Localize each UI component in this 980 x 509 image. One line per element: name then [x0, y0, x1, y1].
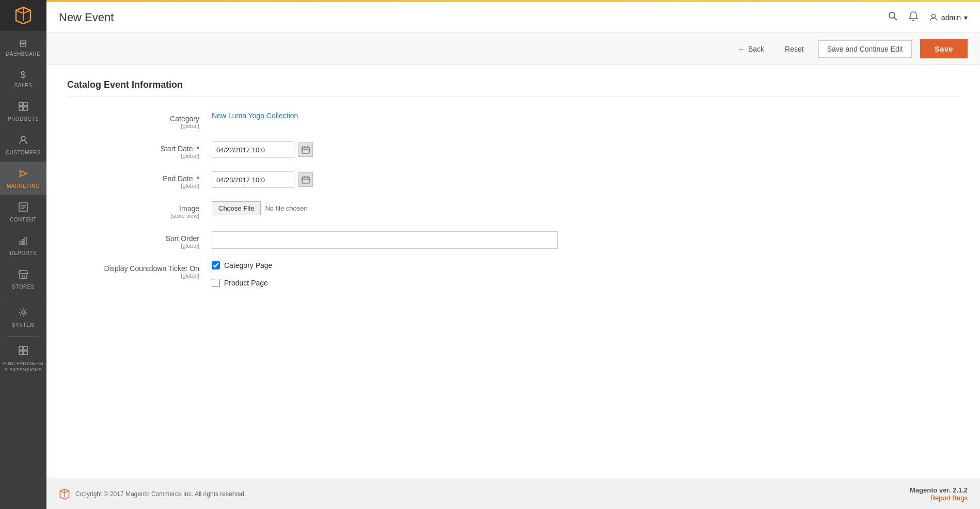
- no-file-text: No file chosen: [265, 204, 307, 212]
- main-content: New Event admin ▾: [46, 0, 980, 509]
- end-date-row: End Date * [global]: [67, 171, 959, 189]
- footer-right: Magento ver. 2.1.2 Report Bugs: [910, 486, 968, 502]
- dashboard-icon: ⊞: [19, 38, 27, 49]
- sidebar-item-stores[interactable]: STORES: [0, 262, 46, 296]
- products-icon: [18, 101, 28, 114]
- sort-order-input[interactable]: [212, 231, 558, 249]
- category-page-checkbox[interactable]: [212, 261, 220, 269]
- countdown-label-col: Display Countdown Ticker On [global]: [67, 261, 212, 279]
- report-bugs-link[interactable]: Report Bugs: [930, 494, 968, 502]
- svg-point-15: [22, 311, 25, 314]
- start-date-input[interactable]: [212, 141, 294, 158]
- sidebar-divider: [8, 298, 39, 298]
- save-continue-button[interactable]: Save and Continue Edit: [818, 40, 912, 58]
- user-menu[interactable]: admin ▾: [929, 13, 968, 22]
- sidebar-item-label: DASHBOARD: [6, 51, 41, 57]
- sidebar-item-label: REPORTS: [10, 250, 37, 256]
- image-label: Image: [179, 204, 199, 213]
- section-title: Catalog Event Information: [67, 79, 959, 97]
- sidebar-item-label: CUSTOMERS: [6, 150, 41, 155]
- page-title: New Event: [59, 11, 114, 24]
- sort-order-label-col: Sort Order [global]: [67, 231, 212, 249]
- countdown-scope: [global]: [67, 273, 199, 279]
- user-label: admin: [941, 13, 961, 22]
- start-date-label-col: Start Date * [global]: [67, 141, 212, 159]
- category-link[interactable]: New Luma Yoga Collection: [212, 112, 298, 120]
- sidebar-item-products[interactable]: PRODUCTS: [0, 94, 46, 128]
- sort-order-row: Sort Order [global]: [67, 231, 959, 249]
- sidebar-item-label: STORES: [12, 284, 35, 290]
- form-content: Catalog Event Information Category [glob…: [46, 65, 980, 479]
- svg-rect-2: [19, 107, 23, 110]
- svg-rect-27: [302, 177, 309, 183]
- footer-copyright: Copyright © 2017 Magento Commerce Inc. A…: [75, 490, 246, 498]
- sidebar-logo[interactable]: [0, 0, 46, 31]
- sidebar-divider-2: [8, 336, 39, 337]
- reports-icon: [18, 235, 28, 248]
- footer-version: Magento ver. 2.1.2: [910, 486, 968, 494]
- start-date-calendar-icon[interactable]: [298, 142, 313, 157]
- reset-button[interactable]: Reset: [779, 41, 810, 57]
- category-field: New Luma Yoga Collection: [212, 112, 959, 120]
- category-page-checkbox-row: Category Page: [212, 261, 272, 269]
- countdown-row: Display Countdown Ticker On [global] Cat…: [67, 261, 959, 292]
- start-date-required: *: [197, 145, 199, 153]
- footer-left: Copyright © 2017 Magento Commerce Inc. A…: [59, 488, 246, 500]
- category-scope: [global]: [67, 123, 199, 129]
- svg-rect-16: [19, 346, 23, 350]
- end-date-scope: [global]: [67, 183, 199, 189]
- content-icon: [18, 202, 28, 215]
- svg-marker-5: [20, 170, 27, 177]
- svg-rect-0: [19, 102, 23, 106]
- back-button[interactable]: ← Back: [732, 41, 770, 57]
- svg-rect-17: [24, 346, 27, 350]
- sidebar-item-label: PRODUCTS: [8, 116, 39, 122]
- marketing-icon: [18, 168, 28, 181]
- sidebar-item-system[interactable]: SYSTEM: [0, 300, 46, 334]
- header-actions: admin ▾: [888, 11, 968, 24]
- stores-icon: [18, 269, 28, 282]
- product-page-checkbox[interactable]: [212, 279, 220, 287]
- start-date-scope: [global]: [67, 153, 199, 159]
- end-date-required: *: [197, 174, 199, 183]
- svg-rect-12: [25, 237, 26, 245]
- sidebar-item-dashboard[interactable]: ⊞ DASHBOARD: [0, 31, 46, 63]
- category-row: Category [global] New Luma Yoga Collecti…: [67, 112, 959, 129]
- end-date-field: [212, 171, 959, 188]
- start-date-field: [212, 141, 959, 158]
- image-row: Image [store view] Choose File No file c…: [67, 201, 959, 219]
- find-partners-icon: [18, 345, 28, 359]
- action-bar: ← Back Reset Save and Continue Edit Save: [46, 33, 980, 65]
- countdown-label: Display Countdown Ticker On: [104, 264, 199, 273]
- choose-file-button[interactable]: Choose File: [212, 201, 261, 215]
- sidebar-item-reports[interactable]: REPORTS: [0, 229, 46, 262]
- sidebar-item-marketing[interactable]: MARKETING: [0, 162, 46, 195]
- svg-point-20: [889, 12, 895, 18]
- sidebar-item-customers[interactable]: CUSTOMERS: [0, 128, 46, 162]
- start-date-label: Start Date: [161, 145, 193, 153]
- sidebar-item-content[interactable]: CONTENT: [0, 195, 46, 229]
- svg-rect-10: [20, 242, 21, 245]
- footer-logo-icon: [59, 488, 70, 500]
- sidebar-item-label: CONTENT: [10, 217, 37, 222]
- category-page-label: Category Page: [224, 261, 272, 269]
- svg-point-4: [21, 136, 25, 140]
- end-date-label: End Date: [163, 174, 193, 183]
- sidebar-item-label: SYSTEM: [12, 322, 35, 328]
- sales-icon: $: [21, 70, 26, 81]
- sidebar: ⊞ DASHBOARD $ SALES PRODUCTS CUSTOMERS: [0, 0, 46, 509]
- save-button[interactable]: Save: [920, 39, 968, 58]
- sort-order-field: [212, 231, 959, 249]
- svg-rect-19: [24, 351, 27, 355]
- svg-rect-1: [24, 102, 27, 106]
- end-date-input[interactable]: [212, 171, 294, 188]
- sidebar-item-find-partners[interactable]: FIND PARTNERS& EXTENSIONS: [0, 339, 46, 379]
- end-date-calendar-icon[interactable]: [298, 172, 313, 187]
- top-header: New Event admin ▾: [46, 2, 980, 33]
- image-label-col: Image [store view]: [67, 201, 212, 219]
- sidebar-item-sales[interactable]: $ SALES: [0, 63, 46, 94]
- back-label: Back: [748, 45, 764, 53]
- customers-icon: [18, 135, 28, 148]
- search-icon[interactable]: [888, 11, 898, 24]
- notifications-icon[interactable]: [908, 11, 919, 24]
